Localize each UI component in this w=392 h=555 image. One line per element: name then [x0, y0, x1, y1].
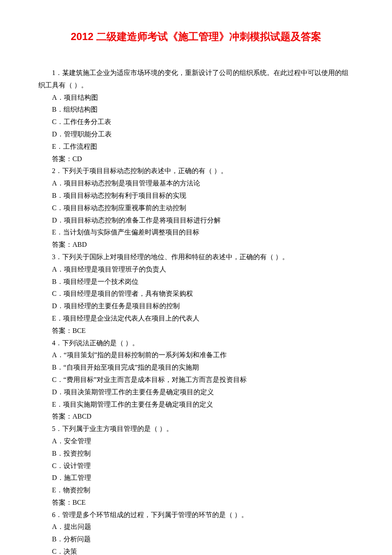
- question-answer: 答案：BCE: [38, 497, 354, 509]
- question-option: A．项目经理是项目管理班子的负责人: [38, 263, 354, 276]
- question-option: C．项目经理是项目的管理者，具有物资采购权: [38, 288, 354, 300]
- question-option: B．项目经理是一个技术岗位: [38, 276, 354, 288]
- question-option: C．“费用目标”对业主而言是成本目标，对施工方而言是投资目标: [38, 374, 354, 386]
- question-option: D．项目目标动态控制的准备工作是将项目目标进行分解: [38, 214, 354, 227]
- question-stem: 3．下列关于国际上对项目经理的地位、作用和特征的表述中，正确的有（ ）。: [38, 251, 354, 263]
- question-answer: 答案：BCE: [38, 325, 354, 337]
- document-page: 2012 二级建造师考试《施工管理》冲刺模拟试题及答案 1．某建筑施工企业为适应…: [0, 0, 392, 555]
- question-option: B．项目目标动态控制有利于项目目标的实现: [38, 190, 354, 202]
- question-option: A．安全管理: [38, 435, 354, 448]
- question-answer: 答案：CD: [38, 153, 354, 165]
- question-option: E．物资控制: [38, 484, 354, 497]
- question-stem: 1．某建筑施工企业为适应市场环境的变化，重新设计了公司的组织系统。在此过程中可以…: [38, 67, 354, 92]
- question-option: D．项目决策期管理工作的主要任务是确定项目的定义: [38, 386, 354, 399]
- question-option: A．项目结构图: [38, 92, 354, 104]
- question-stem: 2．下列关于项目目标动态控制的表述中，正确的有（ ）。: [38, 165, 354, 177]
- question-option: E．当计划值与实际值产生偏差时调整项目的目标: [38, 226, 354, 239]
- question-option: E．项目经理是企业法定代表人在项目上的代表人: [38, 312, 354, 325]
- question-option: C．设计管理: [38, 460, 354, 472]
- question-option: D．管理职能分工表: [38, 128, 354, 141]
- question-stem: 5．下列属于业主方项目管理的是（ ）。: [38, 423, 354, 435]
- question-option: D．项目经理的主要任务是项目目标的控制: [38, 300, 354, 312]
- question-answer: 答案：ABD: [38, 239, 354, 251]
- question-option: C．项目目标动态控制应重视事前的主动控制: [38, 202, 354, 214]
- question-answer: 答案：ABCD: [38, 410, 354, 423]
- question-option: B．投资控制: [38, 448, 354, 460]
- question-option: E．项目实施期管理工作的主要任务是确定项目的定义: [38, 399, 354, 411]
- question-option: B．“自项目开始至项目完成”指的是项目的实施期: [38, 361, 354, 374]
- question-option: C．决策: [38, 546, 354, 555]
- question-option: C．工作任务分工表: [38, 116, 354, 128]
- question-option: B．组织结构图: [38, 104, 354, 116]
- question-option: E．工作流程图: [38, 141, 354, 153]
- question-option: A．项目目标动态控制是项目管理最基本的方法论: [38, 177, 354, 190]
- question-stem: 6．管理是多个环节组成的过程，下列属于管理的环节的是（ ）。: [38, 509, 354, 521]
- question-option: D．施工管理: [38, 472, 354, 484]
- document-content: 1．某建筑施工企业为适应市场环境的变化，重新设计了公司的组织系统。在此过程中可以…: [38, 67, 354, 555]
- question-option: B．分析问题: [38, 533, 354, 546]
- question-stem: 4．下列说法正确的是（ ）。: [38, 337, 354, 350]
- question-option: A．提出问题: [38, 521, 354, 533]
- question-option: A．“项目策划”指的是目标控制前的一系列筹划和准备工作: [38, 349, 354, 361]
- document-title: 2012 二级建造师考试《施工管理》冲刺模拟试题及答案: [38, 30, 354, 43]
